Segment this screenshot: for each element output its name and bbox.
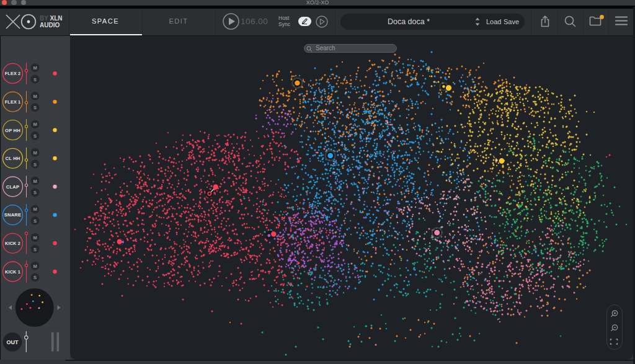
svg-text:KICK 1: KICK 1: [5, 269, 20, 275]
svg-text:M: M: [33, 235, 37, 241]
svg-text:S: S: [33, 275, 37, 280]
svg-text:M: M: [33, 122, 37, 127]
svg-text:S: S: [33, 218, 37, 224]
svg-text:S: S: [33, 133, 37, 139]
svg-text:M: M: [33, 264, 37, 269]
svg-text:S: S: [33, 190, 37, 195]
svg-text:FLEX 1: FLEX 1: [5, 99, 21, 105]
svg-text:S: S: [33, 162, 37, 167]
svg-text:AUDIO: AUDIO: [40, 22, 60, 29]
svg-text:OUT: OUT: [7, 339, 19, 345]
svg-text:M: M: [33, 65, 37, 71]
svg-text:M: M: [33, 179, 37, 184]
svg-text:BY XLN: BY XLN: [40, 15, 63, 22]
svg-text:OP HH: OP HH: [5, 128, 20, 133]
svg-text:M: M: [33, 94, 37, 99]
svg-text:CL HH: CL HH: [5, 156, 20, 161]
svg-text:M: M: [33, 150, 37, 156]
svg-text:S: S: [33, 247, 37, 252]
svg-text:CLAP: CLAP: [6, 184, 19, 190]
svg-text:S: S: [33, 105, 37, 110]
svg-text:KICK 2: KICK 2: [5, 241, 20, 246]
svg-text:S: S: [33, 77, 37, 82]
svg-text:SNARE: SNARE: [4, 212, 22, 218]
svg-text:M: M: [33, 206, 37, 212]
svg-text:FLEX 2: FLEX 2: [5, 71, 21, 76]
